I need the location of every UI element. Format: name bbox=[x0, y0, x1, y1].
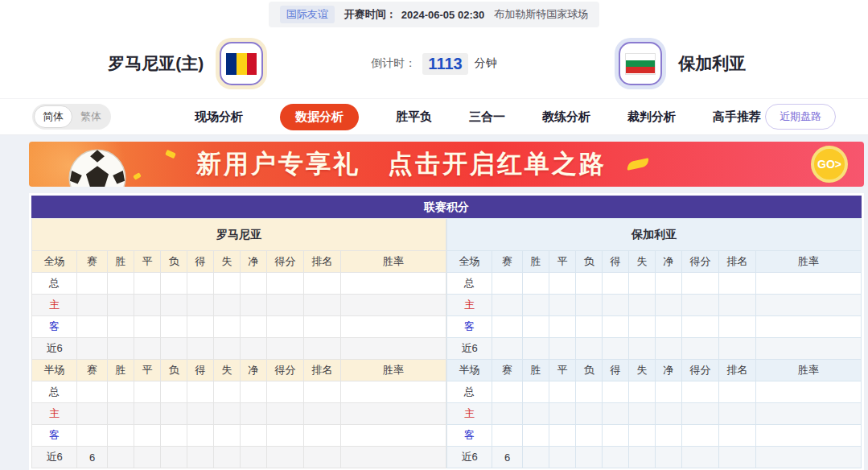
league-table-halves: 罗马尼亚全场赛胜平负得失净得分排名胜率总主客近6半场赛胜平负得失净得分排名胜率总… bbox=[31, 218, 862, 468]
stat-cell bbox=[629, 447, 656, 468]
stat-cell bbox=[241, 425, 267, 447]
stat-cell bbox=[576, 316, 603, 338]
league-badge: 国际友谊 bbox=[280, 6, 335, 23]
stat-cell bbox=[134, 425, 161, 447]
stat-cell bbox=[603, 381, 629, 403]
stat-cell bbox=[241, 403, 267, 425]
scope-header-cell: 全场 bbox=[447, 251, 492, 273]
tab-裁判分析[interactable]: 裁判分析 bbox=[627, 109, 676, 125]
table-row: 总 bbox=[447, 381, 862, 403]
stat-cell bbox=[267, 338, 304, 360]
column-header-cell: 负 bbox=[576, 360, 603, 381]
stat-cell bbox=[187, 403, 214, 425]
table-row: 客 bbox=[32, 316, 446, 338]
column-header-cell: 排名 bbox=[304, 251, 341, 273]
table-row: 客 bbox=[32, 425, 446, 447]
stat-cell bbox=[134, 295, 161, 316]
stat-cell bbox=[341, 425, 446, 447]
stat-cell bbox=[341, 381, 446, 403]
lang-simplified-button[interactable]: 简体 bbox=[34, 105, 72, 128]
row-label-cell: 主 bbox=[32, 295, 77, 316]
stat-cell bbox=[304, 273, 341, 295]
tab-三合一[interactable]: 三合一 bbox=[469, 109, 505, 125]
countdown-value: 1113 bbox=[422, 53, 467, 75]
stat-cell bbox=[682, 273, 719, 295]
stat-cell bbox=[214, 425, 241, 447]
stat-cell bbox=[187, 381, 214, 403]
stat-cell bbox=[108, 273, 134, 295]
stat-cell bbox=[523, 425, 549, 447]
tab-胜平负[interactable]: 胜平负 bbox=[396, 109, 432, 125]
row-label-cell: 总 bbox=[447, 273, 492, 295]
recent-trends-button[interactable]: 近期盘路 bbox=[765, 104, 836, 130]
stat-cell bbox=[214, 403, 241, 425]
go-button[interactable]: GO> bbox=[811, 146, 848, 183]
row-label-cell: 主 bbox=[32, 403, 77, 425]
venue: 布加勒斯特国家球场 bbox=[494, 7, 588, 22]
stat-cell bbox=[187, 316, 214, 338]
stat-cell bbox=[756, 425, 862, 447]
tab-高手推荐[interactable]: 高手推荐 bbox=[713, 109, 761, 125]
stat-cell bbox=[341, 447, 446, 468]
tab-数据分析[interactable]: 数据分析 bbox=[280, 104, 359, 130]
row-label-cell: 总 bbox=[32, 273, 77, 295]
stat-cell bbox=[576, 425, 603, 447]
stat-cell bbox=[656, 403, 682, 425]
stat-cell bbox=[523, 403, 549, 425]
stat-cell bbox=[719, 316, 756, 338]
column-header-cell: 得 bbox=[187, 251, 214, 273]
stat-cell bbox=[161, 273, 187, 295]
column-header-cell: 得 bbox=[187, 360, 214, 381]
stat-cell bbox=[756, 295, 862, 316]
stat-cell bbox=[576, 273, 603, 295]
stat-cell bbox=[682, 447, 719, 468]
lang-traditional-button[interactable]: 繁体 bbox=[72, 106, 109, 127]
stat-cell bbox=[719, 381, 756, 403]
promo-banner[interactable]: 新用户专享礼 点击开启红单之路 GO> bbox=[29, 142, 864, 187]
stat-cell bbox=[187, 295, 214, 316]
column-header-cell: 赛 bbox=[492, 251, 523, 273]
kickoff-time: 2024-06-05 02:30 bbox=[401, 9, 484, 21]
team-header-cell: 保加利亚 bbox=[447, 219, 862, 251]
tab-现场分析[interactable]: 现场分析 bbox=[195, 109, 243, 125]
stat-cell bbox=[108, 381, 134, 403]
stat-cell bbox=[756, 273, 862, 295]
stat-cell bbox=[341, 295, 446, 316]
stat-cell bbox=[603, 447, 629, 468]
column-header-cell: 赛 bbox=[77, 251, 108, 273]
column-header-cell: 失 bbox=[214, 251, 241, 273]
table-row: 总 bbox=[447, 273, 862, 295]
column-header-cell: 失 bbox=[629, 251, 656, 273]
stat-cell bbox=[719, 403, 756, 425]
language-toggle: 简体 繁体 bbox=[32, 104, 111, 130]
stat-cell bbox=[549, 295, 576, 316]
stat-cell bbox=[161, 295, 187, 316]
stat-cell bbox=[267, 447, 304, 468]
league-points-card: 联赛积分 罗马尼亚全场赛胜平负得失净得分排名胜率总主客近6半场赛胜平负得失净得分… bbox=[29, 193, 864, 470]
stat-cell bbox=[629, 381, 656, 403]
column-header-cell: 净 bbox=[241, 251, 267, 273]
stat-cell bbox=[187, 425, 214, 447]
stat-cell bbox=[523, 316, 549, 338]
row-label-cell: 客 bbox=[447, 425, 492, 447]
stat-cell bbox=[656, 338, 682, 360]
table-row: 主 bbox=[32, 403, 446, 425]
scope-header-cell: 全场 bbox=[32, 251, 77, 273]
stat-cell bbox=[549, 381, 576, 403]
stat-cell bbox=[304, 316, 341, 338]
match-header: 罗马尼亚(主) 倒计时： 1113 分钟 保加利亚 bbox=[0, 29, 868, 98]
stat-cell bbox=[523, 273, 549, 295]
home-team-block: 罗马尼亚(主) bbox=[0, 42, 371, 85]
stat-cell bbox=[134, 316, 161, 338]
stat-cell bbox=[77, 425, 108, 447]
column-header-cell: 负 bbox=[576, 251, 603, 273]
stat-cell bbox=[304, 425, 341, 447]
stat-cell bbox=[161, 403, 187, 425]
stat-cell bbox=[341, 273, 446, 295]
tab-教练分析[interactable]: 教练分析 bbox=[542, 109, 590, 125]
stat-cell bbox=[629, 273, 656, 295]
table-row: 主 bbox=[32, 295, 446, 316]
stat-cell bbox=[603, 403, 629, 425]
stat-cell bbox=[492, 295, 523, 316]
stat-cell bbox=[603, 295, 629, 316]
